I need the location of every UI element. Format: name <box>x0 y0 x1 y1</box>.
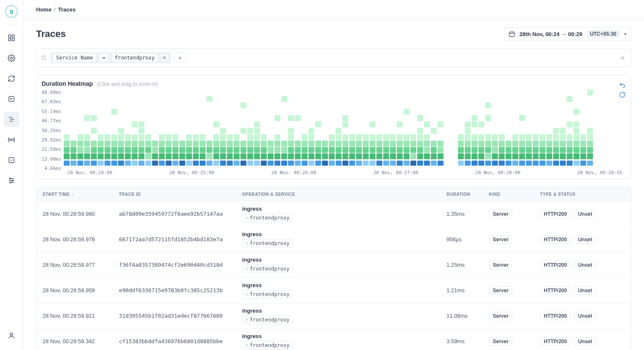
heatmap-cell[interactable] <box>64 128 70 134</box>
heatmap-cell[interactable] <box>506 134 511 140</box>
heatmap-cell[interactable] <box>91 102 97 108</box>
heatmap-cell[interactable] <box>444 141 450 147</box>
chevron-down-icon[interactable]: ▾ <box>624 31 627 37</box>
heatmap-cell[interactable] <box>573 128 579 134</box>
heatmap-cell[interactable] <box>451 90 457 96</box>
heatmap-cell[interactable] <box>302 109 308 115</box>
heatmap-cell[interactable] <box>349 102 355 108</box>
heatmap-cell[interactable] <box>553 90 559 96</box>
heatmap-cell[interactable] <box>580 161 586 166</box>
heatmap-cell[interactable] <box>404 109 410 115</box>
heatmap-cell[interactable] <box>308 102 314 108</box>
heatmap-cell[interactable] <box>526 153 532 159</box>
heatmap-cell[interactable] <box>512 102 518 108</box>
heatmap-cell[interactable] <box>261 109 267 115</box>
heatmap-cell[interactable] <box>526 96 532 102</box>
heatmap-cell[interactable] <box>383 128 389 134</box>
heatmap-cell[interactable] <box>172 115 178 121</box>
heatmap-cell[interactable] <box>132 147 138 153</box>
heatmap-cell[interactable] <box>281 102 287 108</box>
heatmap-cell[interactable] <box>240 115 246 121</box>
heatmap-cell[interactable] <box>438 147 443 153</box>
heatmap-cell[interactable] <box>159 134 165 140</box>
heatmap-cell[interactable] <box>499 153 505 159</box>
heatmap-cell[interactable] <box>485 90 491 96</box>
heatmap-cell[interactable] <box>145 161 151 166</box>
heatmap-cell[interactable] <box>145 102 151 108</box>
heatmap-cell[interactable] <box>533 134 539 140</box>
heatmap-cell[interactable] <box>376 147 382 153</box>
heatmap-cell[interactable] <box>499 90 505 96</box>
heatmap-cell[interactable] <box>526 102 532 108</box>
heatmap-cell[interactable] <box>274 102 280 108</box>
heatmap-cell[interactable] <box>560 134 566 140</box>
heatmap-cell[interactable] <box>220 128 226 134</box>
heatmap-cell[interactable] <box>417 161 423 166</box>
heatmap-cell[interactable] <box>383 121 389 127</box>
heatmap-cell[interactable] <box>485 153 491 159</box>
heatmap-cell[interactable] <box>308 109 314 115</box>
heatmap-cell[interactable] <box>356 147 362 153</box>
heatmap-cell[interactable] <box>261 115 267 121</box>
heatmap-cell[interactable] <box>472 109 477 115</box>
heatmap-cell[interactable] <box>132 90 138 96</box>
table-row[interactable]: 28 Nov, 00:28:59.980ab78d09e359459772f6a… <box>37 201 631 226</box>
heatmap-cell[interactable] <box>200 109 206 115</box>
heatmap-cell[interactable] <box>417 128 423 134</box>
heatmap-cell[interactable] <box>172 147 178 153</box>
heatmap-cell[interactable] <box>213 109 219 115</box>
heatmap-cell[interactable] <box>417 147 423 153</box>
heatmap-cell[interactable] <box>91 121 97 127</box>
heatmap-cell[interactable] <box>478 90 484 96</box>
heatmap-cell[interactable] <box>336 161 342 166</box>
heatmap-cell[interactable] <box>533 96 539 102</box>
heatmap-cell[interactable] <box>567 109 573 115</box>
heatmap-cell[interactable] <box>159 115 165 121</box>
heatmap-cell[interactable] <box>560 128 566 134</box>
heatmap-cell[interactable] <box>71 109 76 115</box>
heatmap-cell[interactable] <box>376 134 382 140</box>
heatmap-cell[interactable] <box>472 90 477 96</box>
heatmap-cell[interactable] <box>485 147 491 153</box>
heatmap-cell[interactable] <box>186 134 192 140</box>
heatmap-cell[interactable] <box>458 161 464 166</box>
heatmap-cell[interactable] <box>145 90 151 96</box>
heatmap-cell[interactable] <box>125 109 131 115</box>
heatmap-cell[interactable] <box>206 153 212 159</box>
heatmap-cell[interactable] <box>268 141 274 147</box>
heatmap-cell[interactable] <box>512 96 518 102</box>
heatmap-cell[interactable] <box>206 102 212 108</box>
heatmap-cell[interactable] <box>152 102 158 108</box>
heatmap-cell[interactable] <box>308 147 314 153</box>
heatmap-cell[interactable] <box>281 134 287 140</box>
heatmap-cell[interactable] <box>390 96 396 102</box>
heatmap-cell[interactable] <box>417 109 423 115</box>
heatmap-cell[interactable] <box>356 153 362 159</box>
heatmap-cell[interactable] <box>179 115 185 121</box>
heatmap-cell[interactable] <box>499 147 505 153</box>
heatmap-cell[interactable] <box>105 90 110 96</box>
heatmap-cell[interactable] <box>410 121 416 127</box>
heatmap-cell[interactable] <box>240 90 246 96</box>
heatmap-cell[interactable] <box>274 141 280 147</box>
heatmap-cell[interactable] <box>546 134 552 140</box>
heatmap-cell[interactable] <box>206 161 212 166</box>
heatmap-cell[interactable] <box>370 121 376 127</box>
heatmap-cell[interactable] <box>390 121 396 127</box>
heatmap-cell[interactable] <box>98 128 104 134</box>
heatmap-cell[interactable] <box>458 115 464 121</box>
heatmap-cell[interactable] <box>247 121 253 127</box>
heatmap-cell[interactable] <box>138 109 144 115</box>
heatmap-cell[interactable] <box>166 109 172 115</box>
heatmap-cell[interactable] <box>274 128 280 134</box>
heatmap-cell[interactable] <box>152 161 158 166</box>
heatmap-cell[interactable] <box>349 153 355 159</box>
heatmap-cell[interactable] <box>200 90 206 96</box>
heatmap-cell[interactable] <box>553 141 559 147</box>
heatmap-cell[interactable] <box>213 153 219 159</box>
heatmap-cell[interactable] <box>308 153 314 159</box>
heatmap-cell[interactable] <box>179 147 185 153</box>
heatmap-cell[interactable] <box>64 161 70 166</box>
heatmap-cell[interactable] <box>254 102 260 108</box>
heatmap-cell[interactable] <box>539 141 545 147</box>
